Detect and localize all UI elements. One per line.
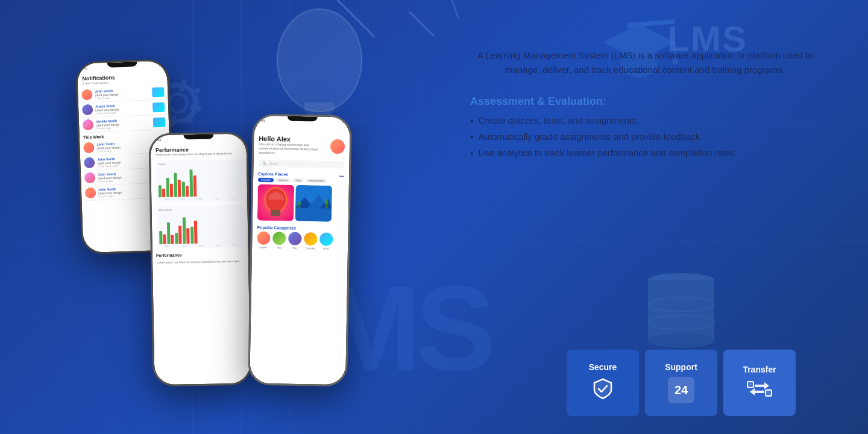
trip-icon (272, 231, 286, 245)
bar-r4 (186, 186, 189, 197)
notif-text-3: Janella Smith Liked your design 2 Hours … (96, 118, 151, 130)
place-image-2 (295, 185, 332, 222)
assessment-title: Assessment & Evaluation: (470, 95, 820, 108)
support-24-text: 24 (675, 383, 688, 397)
category-hotel[interactable]: Hotel (319, 233, 333, 250)
support-card[interactable]: Support 24 (645, 350, 717, 416)
chart-x-labels: Mon Tue Wed Thu Fri (159, 197, 240, 201)
bottom-cards-container: Secure Support 24 Transfer (567, 350, 796, 416)
performance-subtitle: Performance have always been an integral… (156, 152, 242, 157)
bar-r2 (170, 184, 173, 197)
wk-bar-group-2 (167, 222, 174, 244)
bullet-3: • (470, 148, 474, 159)
trip-label: Trip (277, 246, 281, 249)
wk-bar-g1 (159, 231, 162, 244)
bar-group-4 (182, 181, 189, 197)
phone-performance-screen: 3:40 ▪▪▪ Performance Performance have al… (150, 134, 250, 385)
wk-x-label-1: Mon (165, 245, 169, 248)
bar-group-5 (189, 169, 197, 197)
category-items-list: Event Trip Tour Camping (257, 231, 343, 250)
x-label-5: Fri (231, 197, 234, 200)
bar-g3 (174, 173, 177, 197)
search-placeholder-text: Search (269, 162, 278, 165)
hotel-label: Hotel (323, 247, 329, 250)
x-label-4: Thu (215, 197, 219, 200)
status-icons-1: ▪▪▪ (159, 64, 162, 68)
wk-bar-r1 (163, 234, 166, 244)
svg-rect-48 (766, 390, 772, 396)
phones-showcase: 9:41 ▪▪▪ Notifications 3 New Notificatio… (72, 24, 374, 416)
assessment-text-2: Automatically grade assignments and prov… (479, 131, 703, 142)
week-avatar-img-2 (84, 157, 95, 169)
status-time-2: 3:40 (155, 138, 161, 142)
notif-week-avatar-2 (84, 157, 95, 169)
bar-g2 (166, 178, 170, 197)
assessment-list: • Create quizzes, tests, and assignments… (470, 115, 820, 159)
support-24-icon: 24 (668, 377, 694, 403)
assessment-section: Assessment & Evaluation: • Create quizze… (470, 95, 820, 159)
popular-categories-section: Popular Categories Event Trip Tour (252, 223, 348, 253)
filter-most-visited[interactable]: Most Visited (306, 178, 327, 183)
explore-section: Explore Places ••• Popular Nearest New M… (253, 169, 350, 225)
notif-text-1: John Smith Liked your design 2 Hours ago (95, 87, 150, 99)
week-avatar-img-1 (83, 142, 95, 154)
phone-hello-alex-screen: 9:41 ▪▪▪ Hello Alex Focused on creating … (250, 116, 350, 385)
phone-notch-2 (183, 134, 213, 140)
hello-subtitle: Focused on creating custom trips that pr… (259, 142, 319, 156)
filter-popular[interactable]: Popular (258, 178, 274, 182)
wk-bar-r5 (194, 221, 198, 244)
tour-label: Tour (292, 247, 297, 250)
status-time-1: 9:41 (82, 66, 88, 70)
secure-card[interactable]: Secure (567, 350, 639, 416)
notif-thumb-3 (153, 118, 166, 128)
assessment-item-1: • Create quizzes, tests, and assignments… (470, 115, 820, 127)
filter-new[interactable]: New (292, 178, 304, 183)
svg-rect-47 (747, 382, 753, 388)
place-images-container (257, 184, 344, 222)
status-icons-3: ▪▪▪ (342, 120, 345, 124)
secure-label: Secure (589, 362, 617, 372)
x-label-3: Wed (198, 198, 202, 200)
phone-performance: 3:40 ▪▪▪ Performance Performance have al… (148, 132, 252, 387)
svg-rect-38 (295, 206, 332, 222)
wk-chart-x-labels: Mon Tue Wed Thu Fri (160, 244, 241, 248)
wk-x-label-2: Tue (182, 245, 186, 247)
popular-categories-title: Popular Categories (257, 225, 344, 231)
filter-tabs: Popular Nearest New Most Visited (258, 178, 344, 183)
support-label: Support (665, 362, 697, 372)
bar-g5 (189, 169, 193, 197)
wk-bar-r3 (178, 225, 182, 244)
wk-bar-r4 (186, 228, 189, 244)
today-chart-label: Today (158, 162, 239, 166)
hello-header: Hello Alex Focused on creating custom tr… (254, 125, 350, 159)
phone-notch-3 (287, 116, 317, 122)
category-tour[interactable]: Tour (288, 232, 302, 250)
filter-nearest[interactable]: Nearest (275, 178, 291, 182)
phone-hello-alex: 9:41 ▪▪▪ Hello Alex Focused on creating … (248, 114, 352, 387)
notif-week-avatar-1 (83, 142, 95, 154)
hotel-icon (319, 233, 333, 246)
search-bar[interactable]: 🔍 Search (258, 160, 344, 168)
transfer-card[interactable]: Transfer (723, 350, 796, 416)
assessment-item-3: • Use analytics to track learner perform… (470, 148, 820, 159)
more-icon[interactable]: ••• (339, 174, 345, 179)
x-label-1: Mon (165, 198, 169, 201)
this-week-chart-label: This Week (159, 207, 241, 212)
today-chart-area: Today (156, 159, 242, 203)
main-content: 9:41 ▪▪▪ Notifications 3 New Notificatio… (0, 0, 868, 434)
right-content-area: A Learning Management System (LMS) is a … (470, 48, 820, 171)
category-camping[interactable]: Camping (304, 232, 318, 250)
avatar-img-3 (83, 119, 94, 131)
category-event[interactable]: Event (257, 231, 271, 249)
search-icon: 🔍 (263, 162, 266, 165)
shield-icon (591, 377, 615, 403)
category-trip[interactable]: Trip (272, 231, 286, 249)
place-image-1 (257, 184, 294, 221)
bar-r3 (178, 180, 181, 197)
bar-g1 (159, 185, 162, 197)
this-week-chart-area: This Week (156, 205, 243, 248)
wk-bar-g4 (183, 217, 186, 244)
wk-x-label-4: Thu (216, 244, 219, 247)
explore-places-title: Explore Places (258, 172, 288, 177)
status-icons-2: ▪▪▪ (238, 137, 241, 140)
